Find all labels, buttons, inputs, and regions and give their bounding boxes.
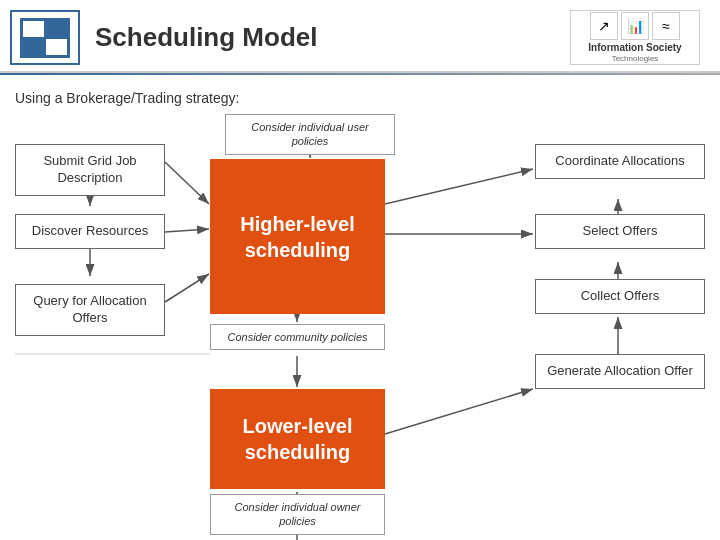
ist-icon-3: ≈: [652, 12, 680, 40]
collect-offers-box: Collect Offers: [535, 279, 705, 314]
svg-line-6: [165, 274, 209, 302]
header-divider: [0, 73, 720, 75]
diagram: Consider individual user policies Submit…: [15, 114, 705, 540]
lower-level-label: Lower-level scheduling: [210, 413, 385, 465]
select-offers-box: Select Offers: [535, 214, 705, 249]
header: Scheduling Model ↗ 📊 ≈ Information Socie…: [0, 0, 720, 73]
svg-line-4: [165, 162, 209, 204]
generate-allocation-box: Generate Allocation Offer: [535, 354, 705, 389]
main-content: Using a Brokerage/Trading strategy:: [0, 80, 720, 540]
svg-line-7: [385, 169, 533, 204]
svg-line-5: [165, 229, 209, 232]
ist-text-line2: Technologies: [612, 54, 659, 63]
gridlab-logo: [10, 10, 80, 65]
discover-resources-box: Discover Resources: [15, 214, 165, 249]
ist-text-line1: Information Society: [588, 42, 681, 54]
lower-level-scheduling-block: Lower-level scheduling: [210, 389, 385, 489]
page-title: Scheduling Model: [95, 22, 570, 53]
query-allocation-box: Query for Allocation Offers: [15, 284, 165, 336]
ist-icons: ↗ 📊 ≈: [590, 12, 680, 40]
higher-level-label: Higher-level scheduling: [210, 211, 385, 263]
ist-icon-1: ↗: [590, 12, 618, 40]
submit-grid-job-box: Submit Grid Job Description: [15, 144, 165, 196]
consider-user-policies: Consider individual user policies: [225, 114, 395, 155]
ist-logo: ↗ 📊 ≈ Information Society Technologies: [570, 10, 700, 65]
coordinate-allocations-box: Coordinate Allocations: [535, 144, 705, 179]
consider-community-policies: Consider community policies: [210, 324, 385, 350]
strategy-label: Using a Brokerage/Trading strategy:: [15, 90, 705, 106]
consider-owner-policies: Consider individual owner policies: [210, 494, 385, 535]
higher-level-scheduling-block: Higher-level scheduling: [210, 159, 385, 314]
ist-icon-2: 📊: [621, 12, 649, 40]
svg-line-12: [385, 389, 533, 434]
